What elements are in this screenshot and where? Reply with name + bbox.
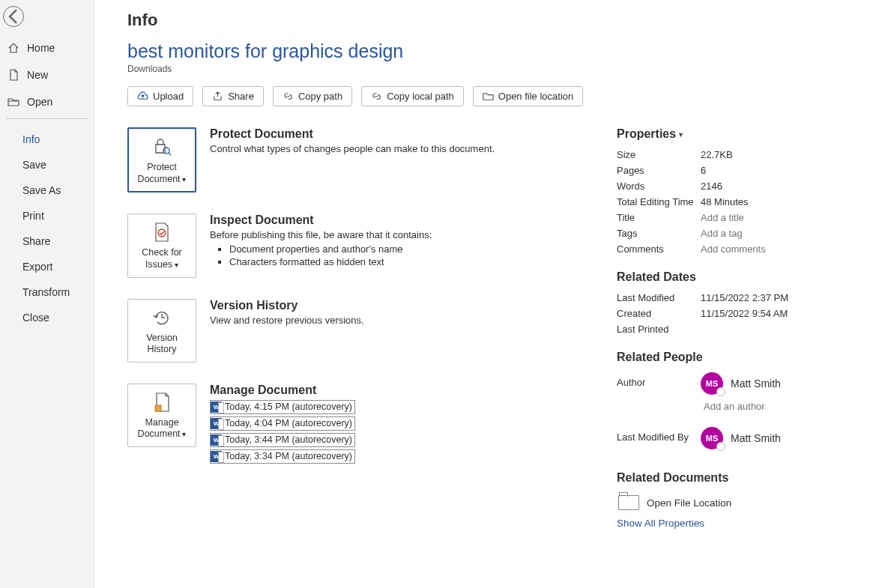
comments-value[interactable]: Add comments: [701, 243, 766, 255]
nav-print[interactable]: Print: [0, 203, 94, 228]
manage-btn-line1: Manage: [145, 417, 178, 429]
nav-close[interactable]: Close: [0, 305, 94, 330]
upload-label: Upload: [153, 91, 184, 102]
check-for-issues-button[interactable]: Check for Issues: [127, 213, 196, 277]
pages-value: 6: [701, 165, 706, 176]
upload-button[interactable]: Upload: [127, 86, 193, 106]
modifier-name: Matt Smith: [731, 432, 781, 444]
word-file-icon: W: [211, 434, 222, 446]
nav-home[interactable]: Home: [0, 34, 94, 61]
vh-btn-line1: Version: [146, 333, 178, 345]
nav-save-as[interactable]: Save As: [0, 178, 94, 203]
author-name: Matt Smith: [731, 378, 781, 390]
home-icon: [7, 42, 19, 54]
version-history-button[interactable]: Version History: [127, 299, 196, 363]
share-label: Share: [228, 91, 254, 102]
share-icon: [212, 91, 223, 102]
tags-value[interactable]: Add a tag: [701, 228, 743, 239]
chevron-down-icon: ▾: [679, 130, 683, 139]
pages-label: Pages: [617, 165, 701, 176]
nav-home-label: Home: [27, 42, 55, 54]
add-author-link[interactable]: Add an author: [704, 401, 781, 412]
share-button[interactable]: Share: [202, 86, 264, 106]
modifier-person[interactable]: MS Matt Smith: [701, 427, 781, 449]
inspect-issue: Document properties and author's name: [229, 243, 432, 255]
tags-label: Tags: [617, 228, 701, 239]
size-value: 22.7KB: [701, 149, 733, 160]
autorecovery-version[interactable]: WToday, 3:34 PM (autorecovery): [210, 449, 355, 464]
open-file-location-link[interactable]: Open File Location: [617, 491, 849, 518]
document-location: Downloads: [127, 64, 849, 74]
size-label: Size: [617, 149, 701, 160]
inspect-desc: Before publishing this file, be aware th…: [210, 229, 432, 240]
related-documents-heading: Related Documents: [617, 471, 849, 485]
inspect-heading: Inspect Document: [210, 213, 432, 227]
words-label: Words: [617, 181, 701, 192]
folder-icon: [618, 495, 639, 510]
author-person[interactable]: MS Matt Smith: [701, 372, 781, 395]
vh-btn-line2: History: [148, 344, 177, 356]
folder-icon: [483, 91, 494, 102]
copy-local-path-button[interactable]: Copy local path: [361, 86, 464, 106]
doc-icon: [153, 390, 171, 414]
avatar: MS: [701, 372, 723, 395]
related-people-heading: Related People: [617, 351, 849, 364]
protect-btn-line1: Protect: [147, 162, 177, 174]
open-location-label: Open file location: [498, 91, 573, 102]
related-dates-heading: Related Dates: [617, 270, 849, 284]
lock-search-icon: [151, 135, 173, 159]
main-content: Info best monitors for graphics design D…: [94, 0, 879, 588]
manage-heading: Manage Document: [210, 384, 355, 397]
title-label: Title: [617, 212, 701, 223]
inspect-issue: Characters formatted as hidden text: [229, 256, 432, 267]
word-file-icon: W: [211, 418, 222, 429]
avatar: MS: [701, 427, 723, 449]
last-modified-by-label: Last Modified By: [617, 427, 701, 443]
nav-save[interactable]: Save: [0, 152, 94, 178]
edit-time-label: Total Editing Time: [617, 196, 701, 207]
protect-btn-line2: Document: [138, 174, 187, 186]
created-value: 11/15/2022 9:54 AM: [701, 308, 788, 319]
autorecovery-version[interactable]: WToday, 4:04 PM (autorecovery): [210, 416, 355, 431]
vh-desc: View and restore previous versions.: [210, 315, 364, 326]
svg-point-1: [158, 229, 166, 237]
protect-document-button[interactable]: Protect Document: [127, 127, 196, 193]
comments-label: Comments: [617, 243, 701, 255]
properties-heading[interactable]: Properties▾: [617, 127, 849, 141]
autorecovery-version[interactable]: WToday, 4:15 PM (autorecovery): [210, 400, 355, 414]
inspect-btn-line1: Check for: [142, 247, 182, 259]
arrow-left-icon: [4, 7, 23, 26]
nav-export[interactable]: Export: [0, 254, 94, 279]
open-file-location-button[interactable]: Open file location: [473, 86, 583, 106]
word-file-icon: W: [211, 401, 222, 413]
history-icon: [152, 306, 172, 330]
backstage-sidebar: Home New Open Info Save Save As Print Sh…: [0, 0, 94, 588]
autorecovery-version[interactable]: WToday, 3:44 PM (autorecovery): [210, 433, 355, 447]
nav-divider: [6, 118, 88, 119]
nav-open[interactable]: Open: [0, 88, 94, 115]
vh-heading: Version History: [210, 299, 364, 312]
nav-new[interactable]: New: [0, 61, 94, 88]
back-button[interactable]: [3, 6, 24, 27]
open-file-location-label: Open File Location: [647, 497, 731, 509]
nav-info[interactable]: Info: [0, 127, 94, 152]
copy-path-label: Copy path: [298, 91, 342, 102]
copy-path-button[interactable]: Copy path: [273, 86, 352, 106]
nav-open-label: Open: [27, 96, 52, 108]
last-printed-label: Last Printed: [617, 324, 701, 335]
protect-heading: Protect Document: [210, 127, 495, 141]
link-icon: [371, 91, 382, 102]
title-value[interactable]: Add a title: [701, 212, 744, 223]
nav-new-label: New: [27, 69, 48, 81]
last-modified-value: 11/15/2022 2:37 PM: [701, 292, 788, 303]
action-bar: Upload Share Copy path Copy local path O…: [127, 86, 849, 106]
svg-rect-2: [155, 405, 161, 411]
open-folder-icon: [7, 96, 19, 108]
show-all-properties-link[interactable]: Show All Properties: [617, 518, 849, 529]
nav-share[interactable]: Share: [0, 228, 94, 254]
author-label: Author: [617, 372, 701, 388]
manage-document-button[interactable]: Manage Document: [127, 384, 196, 447]
page-title: Info: [127, 10, 849, 30]
edit-time-value: 48 Minutes: [701, 196, 749, 207]
nav-transform[interactable]: Transform: [0, 279, 94, 305]
